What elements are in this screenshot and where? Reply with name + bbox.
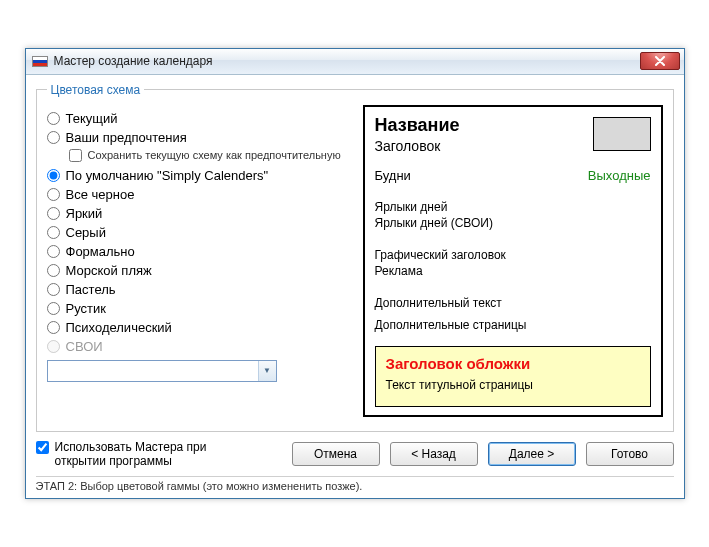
preview-graphic-header: Графический заголовок	[375, 247, 651, 263]
scheme-label: Психоделический	[66, 320, 172, 335]
scheme-option-prefs[interactable]: Ваши предпочтения	[47, 130, 349, 145]
titlebar: Мастер создание календаря	[26, 49, 684, 75]
scheme-option-current[interactable]: Текущий	[47, 111, 349, 126]
scheme-radio[interactable]	[47, 112, 60, 125]
preview-weekends: Выходные	[588, 168, 651, 183]
window-title: Мастер создание календаря	[54, 54, 213, 68]
preview-extra-pages: Дополнительные страницы	[375, 318, 651, 332]
status-bar: ЭТАП 2: Выбор цветовой гаммы (это можно …	[36, 476, 674, 492]
scheme-option-formal[interactable]: Формально	[47, 244, 349, 259]
preview-day-labels: Ярлыки дней	[375, 199, 651, 215]
app-flag-icon	[32, 56, 48, 67]
scheme-label: Ваши предпочтения	[66, 130, 187, 145]
scheme-radio[interactable]	[47, 321, 60, 334]
scheme-radio[interactable]	[47, 188, 60, 201]
scheme-option-black[interactable]: Все черное	[47, 187, 349, 202]
scheme-radio[interactable]	[47, 245, 60, 258]
client-area: Цветовая схема Текущий Ваши предпочтения…	[26, 75, 684, 499]
wizard-window: Мастер создание календаря Цветовая схема…	[25, 48, 685, 500]
scheme-label: Все черное	[66, 187, 135, 202]
preview-cover-box: Заголовок обложки Текст титульной страни…	[375, 346, 651, 407]
finish-button[interactable]: Готово	[586, 442, 674, 466]
scheme-option-bright[interactable]: Яркий	[47, 206, 349, 221]
scheme-radio[interactable]	[47, 264, 60, 277]
scheme-label: По умолчанию "Simply Calenders"	[66, 168, 269, 183]
group-legend: Цветовая схема	[47, 83, 145, 97]
save-pref-checkbox-row[interactable]: Сохранить текущую схему как предпочтител…	[69, 149, 349, 162]
scheme-option-default[interactable]: По умолчанию "Simply Calenders"	[47, 168, 349, 183]
scheme-radio[interactable]	[47, 283, 60, 296]
scheme-radio[interactable]	[47, 207, 60, 220]
preview-cover-text: Текст титульной страницы	[386, 378, 640, 392]
use-wizard-row[interactable]: Использовать Мастера при открытии програ…	[36, 440, 256, 469]
scheme-radio[interactable]	[47, 226, 60, 239]
save-pref-checkbox[interactable]	[69, 149, 82, 162]
preview-advert: Реклама	[375, 263, 651, 279]
scheme-option-own: СВОИ	[47, 339, 349, 354]
preview-subtitle: Заголовок	[375, 138, 460, 154]
preview-day-labels-own: Ярлыки дней (СВОИ)	[375, 215, 651, 231]
preview-weekdays: Будни	[375, 168, 411, 183]
use-wizard-label: Использовать Мастера при открытии програ…	[55, 440, 256, 469]
preview-cover-title: Заголовок обложки	[386, 355, 640, 372]
scheme-option-rustic[interactable]: Рустик	[47, 301, 349, 316]
close-button[interactable]	[640, 52, 680, 70]
scheme-label: Пастель	[66, 282, 116, 297]
preview-color-swatch	[593, 117, 651, 151]
scheme-radio[interactable]	[47, 169, 60, 182]
own-scheme-combo[interactable]: ▼	[47, 360, 277, 382]
scheme-label: Рустик	[66, 301, 106, 316]
save-pref-label: Сохранить текущую схему как предпочтител…	[88, 149, 341, 161]
scheme-radio	[47, 340, 60, 353]
scheme-option-psychedelic[interactable]: Психоделический	[47, 320, 349, 335]
use-wizard-checkbox[interactable]	[36, 441, 49, 454]
preview-extra-text: Дополнительный текст	[375, 295, 651, 311]
close-icon	[654, 56, 666, 66]
scheme-label: Морской пляж	[66, 263, 152, 278]
next-button[interactable]: Далее >	[488, 442, 576, 466]
scheme-option-gray[interactable]: Серый	[47, 225, 349, 240]
bottom-row: Использовать Мастера при открытии програ…	[36, 440, 674, 469]
scheme-label: Серый	[66, 225, 106, 240]
scheme-radio[interactable]	[47, 131, 60, 144]
cancel-button[interactable]: Отмена	[292, 442, 380, 466]
scheme-option-beach[interactable]: Морской пляж	[47, 263, 349, 278]
back-button[interactable]: < Назад	[390, 442, 478, 466]
preview-title: Название	[375, 115, 460, 136]
scheme-option-pastel[interactable]: Пастель	[47, 282, 349, 297]
scheme-label: Яркий	[66, 206, 103, 221]
color-scheme-group: Цветовая схема Текущий Ваши предпочтения…	[36, 83, 674, 432]
scheme-label: Текущий	[66, 111, 118, 126]
scheme-label: СВОИ	[66, 339, 103, 354]
scheme-radio[interactable]	[47, 302, 60, 315]
combo-value	[48, 361, 258, 381]
preview-panel: Название Заголовок Будни Выходные Ярлыки…	[363, 105, 663, 417]
chevron-down-icon: ▼	[258, 361, 276, 381]
scheme-options: Текущий Ваши предпочтения Сохранить теку…	[47, 105, 349, 417]
scheme-label: Формально	[66, 244, 135, 259]
button-bar: Отмена < Назад Далее > Готово	[292, 442, 674, 466]
